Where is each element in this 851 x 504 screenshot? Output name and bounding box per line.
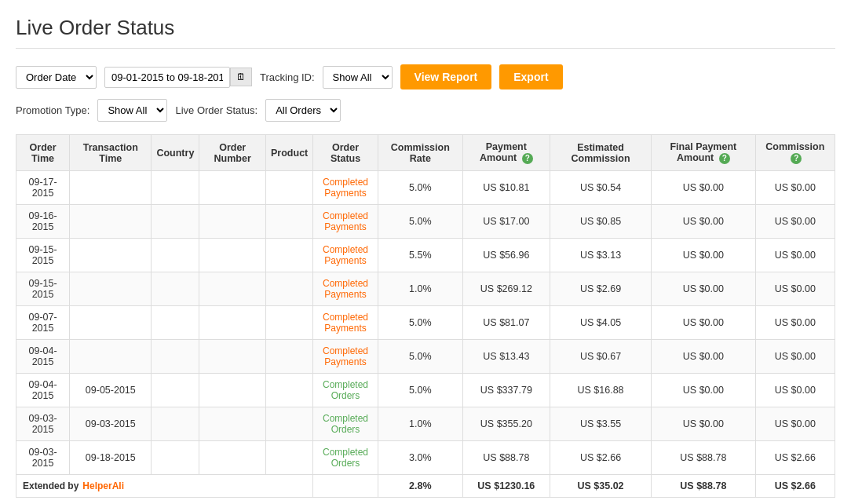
promotion-type-label: Promotion Type:	[16, 104, 89, 116]
payment-amount: US $337.79	[462, 374, 550, 407]
date-range-input[interactable]	[104, 67, 230, 88]
table-row: 09-03-2015 09-03-2015 CompletedOrders 1.…	[16, 407, 835, 441]
order-status: CompletedPayments	[313, 205, 378, 239]
commission-rate: 1.0%	[378, 407, 462, 441]
col-commission-rate: Commission Rate	[378, 135, 462, 171]
col-order-status: Order Status	[313, 135, 378, 171]
commission-rate: 5.0%	[378, 374, 462, 407]
transaction-time	[70, 205, 152, 239]
product	[266, 340, 313, 374]
commission: US $2.66	[755, 441, 835, 475]
payment-amount: US $81.07	[462, 306, 550, 340]
live-order-status-label: Live Order Status:	[175, 104, 257, 116]
final-payment-amount: US $0.00	[652, 272, 755, 306]
col-transaction-time: Transaction Time	[70, 135, 152, 171]
commission-rate: 5.0%	[378, 306, 462, 340]
product	[266, 407, 313, 441]
final-payment-amount: US $88.78	[652, 441, 755, 475]
final-payment-amount: US $0.00	[652, 239, 755, 272]
export-button[interactable]: Export	[499, 64, 562, 89]
payment-amount: US $56.96	[462, 239, 550, 272]
extended-label: Extended by	[23, 480, 79, 491]
order-status: CompletedPayments	[313, 306, 378, 340]
final-payment-amount: US $0.00	[652, 407, 755, 441]
promotion-type-select[interactable]: Show All Show All	[97, 99, 167, 122]
col-product: Product	[266, 135, 313, 171]
product	[266, 374, 313, 407]
order-status: CompletedPayments	[313, 171, 378, 205]
order-status: CompletedPayments	[313, 239, 378, 272]
commission-rate: 5.5%	[378, 239, 462, 272]
order-time: 09-07-2015	[16, 306, 70, 340]
final-payment-amount: US $0.00	[652, 171, 755, 205]
orders-table: Order Time Transaction Time Country Orde…	[16, 134, 835, 498]
final-payment-amount: US $0.00	[652, 374, 755, 407]
final-payment-amount: US $0.00	[652, 205, 755, 239]
commission: US $0.00	[755, 272, 835, 306]
order-number	[199, 272, 266, 306]
estimated-commission: US $3.13	[550, 239, 651, 272]
country	[152, 407, 199, 441]
table-row: 09-07-2015 CompletedPayments 5.0% US $81…	[16, 306, 835, 340]
order-number	[199, 441, 266, 475]
commission-rate: 5.0%	[378, 340, 462, 374]
footer-order-status	[313, 475, 378, 498]
final-payment-help-icon[interactable]: ?	[719, 153, 730, 164]
commission-rate: 3.0%	[378, 441, 462, 475]
commission-rate: 5.0%	[378, 205, 462, 239]
commission-help-icon[interactable]: ?	[791, 153, 802, 164]
order-time: 09-17-2015	[16, 171, 70, 205]
country	[152, 171, 199, 205]
commission: US $0.00	[755, 374, 835, 407]
live-order-status-select[interactable]: All Orders	[265, 99, 341, 122]
transaction-time	[70, 171, 152, 205]
footer-final-payment-amount: US $88.78	[652, 475, 755, 498]
payment-amount: US $88.78	[462, 441, 550, 475]
product	[266, 239, 313, 272]
commission-rate: 1.0%	[378, 272, 462, 306]
order-number	[199, 340, 266, 374]
payment-amount: US $17.00	[462, 205, 550, 239]
footer-estimated-commission: US $35.02	[550, 475, 651, 498]
order-status: CompletedOrders	[313, 441, 378, 475]
footer-row: Extended by HelperAli 2.8% US $1230.16 U…	[16, 475, 835, 498]
tracking-id-select[interactable]: Show All	[323, 66, 393, 89]
estimated-commission: US $0.67	[550, 340, 651, 374]
order-time: 09-03-2015	[16, 407, 70, 441]
product	[266, 171, 313, 205]
col-order-number: Order Number	[199, 135, 266, 171]
view-report-button[interactable]: View Report	[400, 64, 492, 89]
payment-amount-help-icon[interactable]: ?	[522, 153, 533, 164]
helper-ali-link[interactable]: HelperAli	[82, 480, 124, 491]
estimated-commission: US $16.88	[550, 374, 651, 407]
transaction-time	[70, 272, 152, 306]
order-time: 09-15-2015	[16, 239, 70, 272]
table-row: 09-03-2015 09-18-2015 CompletedOrders 3.…	[16, 441, 835, 475]
payment-amount: US $355.20	[462, 407, 550, 441]
payment-amount: US $10.81	[462, 171, 550, 205]
order-time: 09-16-2015	[16, 205, 70, 239]
calendar-button[interactable]: 🗓	[230, 68, 252, 86]
footer-payment-amount: US $1230.16	[462, 475, 550, 498]
footer-commission: US $2.66	[755, 475, 835, 498]
commission-rate: 5.0%	[378, 171, 462, 205]
tracking-id-label: Tracking ID:	[260, 71, 315, 83]
table-row: 09-15-2015 CompletedPayments 5.5% US $56…	[16, 239, 835, 272]
payment-amount: US $269.12	[462, 272, 550, 306]
order-date-select[interactable]: Order Date	[16, 66, 97, 89]
commission: US $0.00	[755, 239, 835, 272]
order-status: CompletedPayments	[313, 272, 378, 306]
commission: US $0.00	[755, 205, 835, 239]
order-number	[199, 306, 266, 340]
commission: US $0.00	[755, 306, 835, 340]
commission: US $0.00	[755, 340, 835, 374]
country	[152, 441, 199, 475]
col-final-payment-amount: Final Payment Amount ?	[652, 135, 755, 171]
order-status: CompletedOrders	[313, 407, 378, 441]
estimated-commission: US $2.66	[550, 441, 651, 475]
transaction-time	[70, 306, 152, 340]
country	[152, 239, 199, 272]
order-time: 09-15-2015	[16, 272, 70, 306]
order-number	[199, 205, 266, 239]
final-payment-amount: US $0.00	[652, 306, 755, 340]
